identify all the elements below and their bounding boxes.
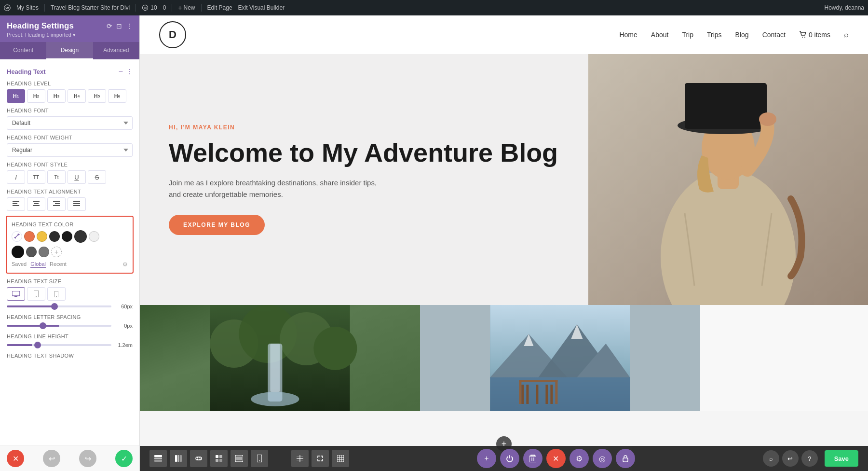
color-black1[interactable] [12,246,24,258]
nav-cart[interactable]: 0 items [799,31,830,39]
style-underline[interactable]: U [68,170,86,184]
heading-level-h5[interactable]: H5 [88,89,106,103]
heading-level-h6[interactable]: H6 [108,89,126,103]
toolbar-section-btn[interactable] [231,450,248,467]
toolbar-grid-btn[interactable] [291,450,309,467]
toolbar-lock-btn[interactable] [616,449,635,468]
color-orange[interactable] [24,231,35,242]
save-check-button[interactable]: ✓ [115,450,133,467]
color-settings-icon[interactable]: ⚙ [122,261,128,268]
blog-name-link[interactable]: Travel Blog Starter Site for Divi [51,4,130,11]
color-dark1[interactable] [49,231,60,242]
tab-design[interactable]: Design [46,42,93,59]
align-justify[interactable] [68,197,86,211]
nav-contact[interactable]: Contact [762,31,786,39]
new-link[interactable]: New [178,4,195,12]
toolbar-search-btn[interactable]: ⌕ [763,450,779,467]
nav-trip[interactable]: Trip [682,31,693,39]
heading-text-size-slider-row: 60px [7,304,133,309]
hero-section: HI, I'M MAYA KLEIN Welcome to My Adventu… [140,54,868,305]
save-button[interactable]: Save [825,450,858,467]
panel-menu-icon[interactable]: ⋮ [126,22,133,30]
toolbar-trash-btn[interactable] [523,449,542,468]
panel-sync-icon[interactable]: ⟳ [107,22,112,30]
style-italic[interactable]: I [7,170,25,184]
comments-link[interactable]: 0 [163,4,166,11]
nav-home[interactable]: Home [619,31,637,39]
toolbar-help-btn[interactable]: ? [801,450,818,467]
size-tablet-icon[interactable] [27,287,45,301]
toolbar-close-btn[interactable]: ✕ [546,449,566,468]
color-tab-saved[interactable]: Saved [12,261,27,268]
size-icons [7,287,133,301]
align-left[interactable] [7,197,25,211]
panel-preset[interactable]: Preset: Heading 1 imported ▾ [7,32,133,38]
toolbar-columns-btn[interactable] [170,450,187,467]
size-mobile-icon[interactable] [47,287,66,301]
my-sites-link[interactable]: My Sites [16,4,39,11]
edit-page-link[interactable]: Edit Page [207,4,232,11]
redo-button[interactable]: ↪ [79,450,96,467]
style-strikethrough[interactable]: S [88,170,106,184]
toolbar-mobile-btn[interactable] [251,450,268,467]
undo-button[interactable]: ↩ [43,450,60,467]
cancel-button[interactable]: ✕ [7,450,24,467]
eyedropper-btn[interactable] [12,231,22,242]
panel-content: Heading Text − ⋮ Heading Level H1 H2 H3 … [0,59,139,445]
heading-font-select[interactable]: Default [7,116,133,130]
toolbar-history2-btn[interactable]: ↩ [782,450,799,467]
toolbar-add-btn[interactable]: + [477,449,496,468]
size-desktop-icon[interactable] [7,287,25,301]
nav-about[interactable]: About [651,31,669,39]
color-darkgray[interactable] [26,247,37,257]
heading-level-h1[interactable]: H1 [7,89,25,103]
nav-blog[interactable]: Blog [735,31,749,39]
heading-letter-spacing-slider-row: 0px [7,323,133,329]
heading-level-h4[interactable]: H4 [68,89,86,103]
color-dark3[interactable] [74,230,87,243]
svg-rect-48 [519,380,557,382]
nav-trips[interactable]: Trips [707,31,722,39]
search-icon[interactable]: ⌕ [844,30,849,39]
tab-content[interactable]: Content [0,42,46,59]
toolbar-rows-btn[interactable] [149,450,167,467]
align-right[interactable] [47,197,66,211]
toolbar-expand-btn[interactable] [312,450,329,467]
updates-link[interactable]: 10 10 [142,4,157,11]
heading-letter-spacing-slider[interactable] [7,325,111,327]
color-yellow[interactable] [37,231,47,242]
toolbar-module-btn[interactable] [210,450,228,467]
toolbar-link-btn[interactable] [190,450,207,467]
site-logo: D [159,21,186,48]
section-more-btn[interactable]: ⋮ [126,68,133,75]
exit-builder-link[interactable]: Exit Visual Builder [238,4,285,11]
color-add-btn[interactable]: + [51,247,62,257]
section-collapse-btn[interactable]: − [119,67,123,76]
color-tab-global[interactable]: Global [30,261,46,268]
panel-expand-icon[interactable]: ⊡ [116,22,122,30]
panel-header-icons: ⟳ ⊡ ⋮ [107,22,133,30]
tab-advanced[interactable]: Advanced [93,42,139,59]
style-capitalize[interactable]: Tt [47,170,66,184]
svg-rect-4 [13,201,19,202]
color-tab-recent[interactable]: Recent [50,261,67,268]
toolbar-history-btn[interactable]: ◎ [593,449,612,468]
wp-logo[interactable]: W [4,4,11,11]
color-dark2[interactable] [62,231,72,242]
toolbar-table-btn[interactable] [332,450,349,467]
hero-cta-button[interactable]: EXPLORE MY BLOG [169,215,265,235]
color-light[interactable] [89,231,99,242]
align-center[interactable] [27,197,45,211]
svg-rect-15 [73,205,80,206]
heading-font-weight-select[interactable]: Regular [7,143,133,157]
heading-line-height-slider[interactable] [7,344,111,346]
svg-rect-51 [521,385,524,404]
color-medgray[interactable] [39,247,49,257]
toolbar-settings-btn[interactable]: ⚙ [570,449,589,468]
heading-level-h3[interactable]: H3 [47,89,66,103]
admin-bar: W My Sites Travel Blog Starter Site for … [0,0,868,15]
toolbar-power-btn[interactable] [500,449,519,468]
heading-level-h2[interactable]: H2 [27,89,45,103]
style-uppercase[interactable]: TT [27,170,45,184]
heading-text-size-slider[interactable] [7,305,111,307]
